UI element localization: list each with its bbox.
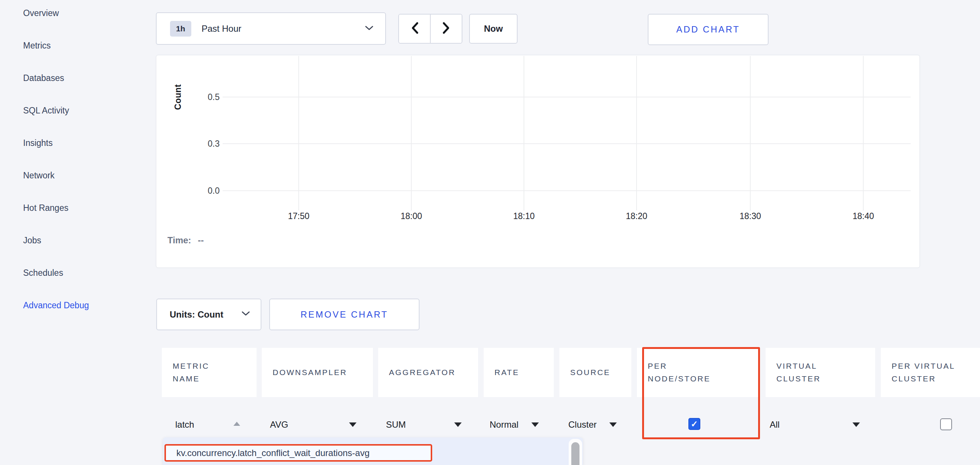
x-tick-1820: 18:20: [612, 211, 661, 221]
check-icon: ✓: [690, 419, 698, 429]
virtual-cluster-select[interactable]: All: [770, 419, 780, 431]
next-time-button[interactable]: [431, 14, 462, 43]
gridline-vertical: [298, 56, 299, 211]
source-select[interactable]: Cluster: [568, 419, 597, 431]
sidebar-item-overview[interactable]: Overview: [23, 8, 89, 19]
x-tick-1840: 18:40: [839, 211, 888, 221]
dropdown-scrollbar-track[interactable]: [569, 439, 582, 465]
gridline-vertical: [750, 56, 751, 211]
chevron-left-icon: [409, 21, 420, 36]
dropdown-arrow-icon: [531, 422, 539, 427]
sidebar-item-sql-activity[interactable]: SQL Activity: [23, 105, 89, 116]
col-header-downsampler: DOWNSAMPLER: [262, 348, 373, 397]
timescale-badge: 1h: [170, 21, 191, 37]
sidebar-item-schedules[interactable]: Schedules: [23, 268, 89, 278]
chart-card: Count 0.5 0.3 0.0 17:50 18:00 18:10 18:2…: [156, 55, 920, 268]
dropdown-arrow-icon: [853, 422, 860, 427]
custom-chart-page: Overview Metrics Databases SQL Activity …: [0, 0, 980, 465]
metric-name-input[interactable]: latch: [175, 419, 194, 431]
chevron-down-icon: [241, 311, 250, 318]
metric-suggestion-label: kv.concurrency.latch_conflict_wait_durat…: [177, 448, 369, 458]
rate-select[interactable]: Normal: [490, 419, 518, 431]
col-header-per-virtual-cluster: PER VIRTUAL CLUSTER: [881, 348, 980, 397]
prev-time-button[interactable]: [399, 14, 431, 43]
per-node-store-checkbox[interactable]: ✓: [688, 418, 700, 430]
time-label: Time:: [167, 235, 191, 245]
chevron-down-icon: [364, 25, 374, 32]
sidebar-item-metrics[interactable]: Metrics: [23, 40, 89, 51]
per-virtual-cluster-checkbox[interactable]: [940, 419, 952, 430]
dropdown-scrollbar-thumb[interactable]: [571, 442, 579, 465]
col-header-rate: RATE: [484, 348, 554, 397]
gridline-vertical: [636, 56, 637, 211]
x-tick-1810: 18:10: [500, 211, 548, 221]
sidebar: Overview Metrics Databases SQL Activity …: [23, 8, 89, 311]
chevron-right-icon: [441, 21, 452, 36]
gridline-horizontal: [223, 143, 911, 144]
gridline-vertical: [863, 56, 864, 211]
y-tick-0.3: 0.3: [192, 139, 220, 149]
add-chart-button[interactable]: ADD CHART: [648, 14, 768, 45]
gridline-horizontal: [223, 97, 911, 97]
sidebar-item-insights[interactable]: Insights: [23, 138, 89, 149]
units-select[interactable]: Units: Count: [156, 299, 261, 330]
downsampler-select[interactable]: AVG: [270, 419, 288, 431]
metric-suggestion-dropdown: kv.concurrency.latch_conflict_wait_durat…: [163, 437, 583, 465]
y-axis-label: Count: [173, 84, 183, 110]
aggregator-select[interactable]: SUM: [386, 419, 406, 431]
gridline-vertical: [523, 56, 524, 211]
remove-chart-button[interactable]: REMOVE CHART: [269, 299, 420, 330]
sidebar-item-advanced-debug[interactable]: Advanced Debug: [23, 300, 89, 311]
x-tick-1830: 18:30: [726, 211, 775, 221]
x-tick-1800: 18:00: [387, 211, 436, 221]
col-header-metric-name: METRIC NAME: [162, 348, 256, 397]
timescale-label: Past Hour: [202, 24, 364, 34]
col-header-aggregator: AGGREGATOR: [378, 348, 478, 397]
sidebar-item-hot-ranges[interactable]: Hot Ranges: [23, 203, 89, 214]
timescale-step-buttons: [398, 14, 462, 44]
sidebar-item-jobs[interactable]: Jobs: [23, 235, 89, 246]
y-tick-0.5: 0.5: [192, 92, 220, 102]
dropdown-arrow-icon: [609, 422, 617, 427]
gridline-vertical: [411, 56, 412, 211]
col-header-source: SOURCE: [559, 348, 632, 397]
sidebar-item-network[interactable]: Network: [23, 170, 89, 181]
col-header-virtual-cluster: VIRTUAL CLUSTER: [765, 348, 875, 397]
dropdown-arrow-icon: [349, 422, 356, 427]
sidebar-item-databases[interactable]: Databases: [23, 73, 89, 84]
y-tick-0.0: 0.0: [192, 186, 220, 196]
col-header-per-node-store: PER NODE/STORE: [637, 348, 760, 397]
x-tick-1750: 17:50: [274, 211, 323, 221]
now-button[interactable]: Now: [469, 14, 518, 44]
time-value: --: [198, 235, 204, 245]
hover-time-readout: Time:--: [167, 235, 204, 246]
metric-suggestion-item[interactable]: kv.concurrency.latch_conflict_wait_durat…: [164, 444, 432, 462]
units-label: Units: Count: [170, 309, 223, 320]
timescale-select[interactable]: 1h Past Hour: [156, 12, 386, 45]
gridline-horizontal: [223, 190, 911, 191]
sort-up-icon: [234, 422, 240, 426]
dropdown-arrow-icon: [454, 422, 462, 427]
